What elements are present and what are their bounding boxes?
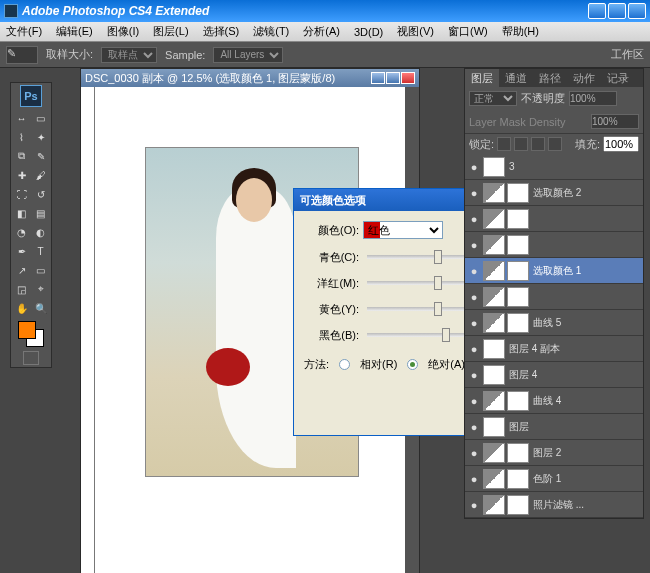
ruler-vertical[interactable] (81, 87, 95, 573)
layer-thumb[interactable] (483, 287, 505, 307)
layer-row[interactable]: ● 曲线 5 (465, 310, 643, 336)
layer-row[interactable]: ● (465, 284, 643, 310)
window-close[interactable] (628, 3, 646, 19)
layer-row[interactable]: ● 图层 2 (465, 440, 643, 466)
fill-input[interactable] (603, 136, 639, 152)
visibility-icon[interactable]: ● (467, 213, 481, 225)
doc-maximize[interactable] (386, 72, 400, 84)
layer-thumb[interactable] (483, 157, 505, 177)
menu-window[interactable]: 窗口(W) (448, 24, 488, 39)
lasso-tool[interactable]: ⌇ (13, 128, 31, 146)
layer-mask-thumb[interactable] (507, 443, 529, 463)
layer-thumb[interactable] (483, 391, 505, 411)
lock-transparent-icon[interactable] (497, 137, 511, 151)
method-relative-radio[interactable] (339, 359, 350, 370)
visibility-icon[interactable]: ● (467, 421, 481, 433)
move-tool[interactable]: ↔ (13, 109, 31, 127)
layer-thumb[interactable] (483, 443, 505, 463)
menu-edit[interactable]: 编辑(E) (56, 24, 93, 39)
quickmask-toggle[interactable] (23, 351, 39, 365)
density-input[interactable] (591, 114, 639, 129)
tab-paths[interactable]: 路径 (533, 69, 567, 87)
doc-close[interactable] (401, 72, 415, 84)
layer-row[interactable]: ● 曲线 4 (465, 388, 643, 414)
sample-select[interactable]: All Layers (213, 47, 283, 63)
blur-tool[interactable]: ◔ (13, 223, 31, 241)
text-tool[interactable]: T (32, 242, 50, 260)
layer-thumb[interactable] (483, 469, 505, 489)
tab-channels[interactable]: 通道 (499, 69, 533, 87)
shape-tool[interactable]: ▭ (32, 261, 50, 279)
brush-tool[interactable]: 🖌 (32, 166, 50, 184)
lock-pixels-icon[interactable] (514, 137, 528, 151)
color-swatch[interactable] (18, 321, 44, 347)
3d-tool[interactable]: ◲ (13, 280, 31, 298)
visibility-icon[interactable]: ● (467, 317, 481, 329)
layer-row[interactable]: ● (465, 232, 643, 258)
zoom-tool[interactable]: 🔍 (32, 299, 50, 317)
layer-mask-thumb[interactable] (507, 495, 529, 515)
menu-file[interactable]: 文件(F) (6, 24, 42, 39)
layer-row[interactable]: ● 选取颜色 1 (465, 258, 643, 284)
lock-position-icon[interactable] (531, 137, 545, 151)
visibility-icon[interactable]: ● (467, 161, 481, 173)
blend-mode-select[interactable]: 正常 (469, 91, 517, 106)
layer-mask-thumb[interactable] (507, 391, 529, 411)
tab-history[interactable]: 记录 (601, 69, 635, 87)
layer-mask-thumb[interactable] (507, 209, 529, 229)
layer-mask-thumb[interactable] (507, 469, 529, 489)
visibility-icon[interactable]: ● (467, 239, 481, 251)
eyedropper-tool-icon[interactable]: ✎ (6, 46, 38, 64)
layer-thumb[interactable] (483, 235, 505, 255)
path-tool[interactable]: ↗ (13, 261, 31, 279)
lock-all-icon[interactable] (548, 137, 562, 151)
camera-tool[interactable]: ⌖ (32, 280, 50, 298)
layer-mask-thumb[interactable] (507, 287, 529, 307)
tab-layers[interactable]: 图层 (465, 69, 499, 87)
eyedropper-tool[interactable]: ✎ (32, 147, 50, 165)
gradient-tool[interactable]: ▤ (32, 204, 50, 222)
visibility-icon[interactable]: ● (467, 369, 481, 381)
wand-tool[interactable]: ✦ (32, 128, 50, 146)
method-absolute-radio[interactable] (407, 359, 418, 370)
layer-thumb[interactable] (483, 313, 505, 333)
layer-row[interactable]: ● (465, 206, 643, 232)
visibility-icon[interactable]: ● (467, 499, 481, 511)
menu-help[interactable]: 帮助(H) (502, 24, 539, 39)
window-minimize[interactable] (588, 3, 606, 19)
layer-thumb[interactable] (483, 417, 505, 437)
menu-3d[interactable]: 3D(D) (354, 26, 383, 38)
workspace-label[interactable]: 工作区 (611, 47, 644, 62)
layer-mask-thumb[interactable] (507, 235, 529, 255)
visibility-icon[interactable]: ● (467, 291, 481, 303)
layer-row[interactable]: ● 照片滤镜 ... (465, 492, 643, 518)
hand-tool[interactable]: ✋ (13, 299, 31, 317)
menu-view[interactable]: 视图(V) (397, 24, 434, 39)
color-select[interactable]: 红色 (363, 221, 443, 239)
layer-thumb[interactable] (483, 209, 505, 229)
tab-actions[interactable]: 动作 (567, 69, 601, 87)
layer-row[interactable]: ● 图层 4 (465, 362, 643, 388)
window-maximize[interactable] (608, 3, 626, 19)
layer-mask-thumb[interactable] (507, 261, 529, 281)
visibility-icon[interactable]: ● (467, 395, 481, 407)
history-brush-tool[interactable]: ↺ (32, 185, 50, 203)
layer-thumb[interactable] (483, 495, 505, 515)
heal-tool[interactable]: ✚ (13, 166, 31, 184)
opacity-input[interactable] (569, 91, 617, 106)
layer-row[interactable]: ● 图层 4 副本 (465, 336, 643, 362)
eraser-tool[interactable]: ◧ (13, 204, 31, 222)
pen-tool[interactable]: ✒ (13, 242, 31, 260)
menu-layer[interactable]: 图层(L) (153, 24, 188, 39)
layer-thumb[interactable] (483, 183, 505, 203)
layer-thumb[interactable] (483, 365, 505, 385)
menu-analysis[interactable]: 分析(A) (303, 24, 340, 39)
stamp-tool[interactable]: ⛶ (13, 185, 31, 203)
crop-tool[interactable]: ⧉ (13, 147, 31, 165)
visibility-icon[interactable]: ● (467, 265, 481, 277)
visibility-icon[interactable]: ● (467, 187, 481, 199)
layer-thumb[interactable] (483, 339, 505, 359)
layer-mask-thumb[interactable] (507, 183, 529, 203)
visibility-icon[interactable]: ● (467, 343, 481, 355)
layer-row[interactable]: ● 选取颜色 2 (465, 180, 643, 206)
